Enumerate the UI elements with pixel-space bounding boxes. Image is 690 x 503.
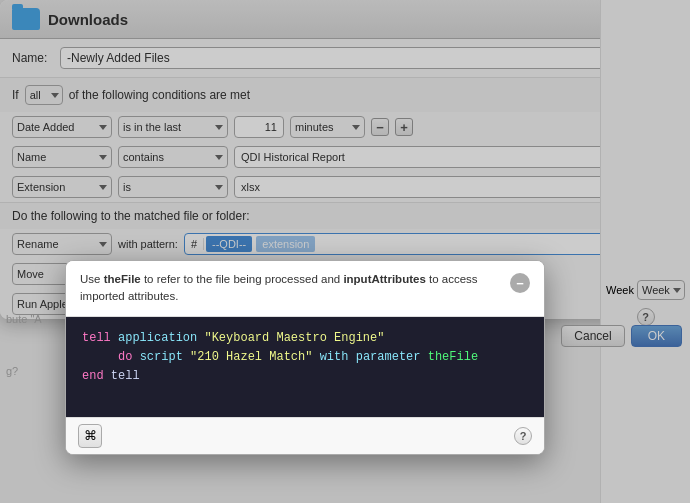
input-attributes-strong: inputAttributes: [343, 273, 425, 285]
script-popup: Use theFile to refer to the file being p…: [65, 260, 545, 455]
script-body: tell application "Keyboard Maestro Engin…: [66, 317, 544, 417]
popup-collapse-button[interactable]: −: [510, 273, 530, 293]
code-line-3: end tell: [82, 367, 528, 386]
kw-script-1: script: [140, 350, 183, 364]
popup-hint-text: Use theFile to refer to the file being p…: [80, 271, 510, 306]
kw-application-1: application: [118, 331, 197, 345]
script-icon-button[interactable]: ⌘: [78, 424, 102, 448]
kw-param-1: theFile: [428, 350, 478, 364]
kw-end-1: end: [82, 369, 104, 383]
kw-script-name-1: "210 Hazel Match": [190, 350, 312, 364]
popup-footer: ⌘ ?: [66, 417, 544, 454]
popup-header: Use theFile to refer to the file being p…: [66, 261, 544, 317]
kw-with-1: with parameter: [320, 350, 421, 364]
kw-do-1: do: [118, 350, 132, 364]
kw-tell-1: tell: [82, 331, 111, 345]
kw-app-name-1: "Keyboard Maestro Engine": [204, 331, 384, 345]
the-file-strong: theFile: [104, 273, 141, 285]
code-line-1: tell application "Keyboard Maestro Engin…: [82, 329, 528, 348]
popup-help-button[interactable]: ?: [514, 427, 532, 445]
code-line-2: do script "210 Hazel Match" with paramet…: [82, 348, 528, 367]
